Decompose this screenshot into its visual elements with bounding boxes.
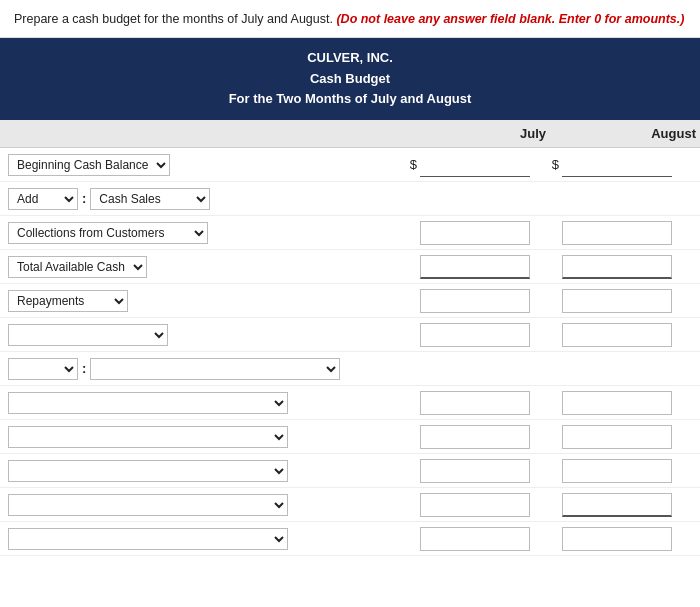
collections-row: Collections from Customers	[0, 216, 700, 250]
repayments-july-input[interactable]	[420, 289, 530, 313]
sub-row-1	[0, 386, 700, 420]
colon-label-2: :	[82, 361, 86, 376]
sub-select-2[interactable]	[8, 426, 288, 448]
sub2-july-input[interactable]	[420, 425, 530, 449]
beginning-cash-august-input[interactable]	[562, 153, 672, 177]
collections-select[interactable]: Collections from Customers	[8, 222, 208, 244]
sub4-august-input[interactable]	[562, 493, 672, 517]
sub-row-4	[0, 488, 700, 522]
table-header: CULVER, INC. Cash Budget For the Two Mon…	[0, 38, 700, 120]
sub1-july-input[interactable]	[420, 391, 530, 415]
august-dollar-sign: $	[552, 157, 559, 172]
sub1-august-input[interactable]	[562, 391, 672, 415]
blank-row-july-input[interactable]	[420, 323, 530, 347]
blank-label-select[interactable]	[8, 324, 168, 346]
sub5-july-input[interactable]	[420, 527, 530, 551]
instructions-block: Prepare a cash budget for the months of …	[0, 0, 700, 38]
sub-select-5[interactable]	[8, 528, 288, 550]
sub-row-5	[0, 522, 700, 556]
july-header: July	[400, 120, 550, 147]
repayments-row: Repayments	[0, 284, 700, 318]
instructions-warning: (Do not leave any answer field blank. En…	[336, 12, 684, 26]
sub-select-1[interactable]	[8, 392, 288, 414]
total-available-row: Total Available Cash	[0, 250, 700, 284]
blank-dropdown-row	[0, 318, 700, 352]
add-verb-select[interactable]: Add Less	[8, 188, 78, 210]
sub2-august-input[interactable]	[562, 425, 672, 449]
table-body: Beginning Cash Balance $ $ Add Less : Ca…	[0, 148, 700, 556]
collections-july-input[interactable]	[420, 221, 530, 245]
sub-row-3	[0, 454, 700, 488]
sub3-july-input[interactable]	[420, 459, 530, 483]
repayments-select[interactable]: Repayments	[8, 290, 128, 312]
sub-row-2	[0, 420, 700, 454]
august-header: August	[550, 120, 700, 147]
collections-august-input[interactable]	[562, 221, 672, 245]
beginning-cash-july-input[interactable]	[420, 153, 530, 177]
colon-label: :	[82, 191, 86, 206]
add-verb-select-2[interactable]: Add Less	[8, 358, 78, 380]
july-dollar-sign: $	[410, 157, 417, 172]
total-available-select[interactable]: Total Available Cash	[8, 256, 147, 278]
beginning-cash-row: Beginning Cash Balance $ $	[0, 148, 700, 182]
column-headers: July August	[0, 120, 700, 148]
sub3-august-input[interactable]	[562, 459, 672, 483]
total-available-august-input[interactable]	[562, 255, 672, 279]
repayments-august-input[interactable]	[562, 289, 672, 313]
report-subtitle: For the Two Months of July and August	[8, 89, 692, 110]
sub5-august-input[interactable]	[562, 527, 672, 551]
add-full-select-row: Add Less :	[0, 352, 700, 386]
beginning-cash-select[interactable]: Beginning Cash Balance	[8, 154, 170, 176]
instructions-text: Prepare a cash budget for the months of …	[14, 12, 333, 26]
total-available-july-input[interactable]	[420, 255, 530, 279]
add-cash-sales-row: Add Less : Cash Sales	[0, 182, 700, 216]
company-name: CULVER, INC.	[8, 48, 692, 69]
blank-row-august-input[interactable]	[562, 323, 672, 347]
sub-select-3[interactable]	[8, 460, 288, 482]
sub4-july-input[interactable]	[420, 493, 530, 517]
report-title: Cash Budget	[8, 69, 692, 90]
cash-sales-select[interactable]: Cash Sales	[90, 188, 210, 210]
sub-select-4[interactable]	[8, 494, 288, 516]
full-label-select[interactable]	[90, 358, 340, 380]
